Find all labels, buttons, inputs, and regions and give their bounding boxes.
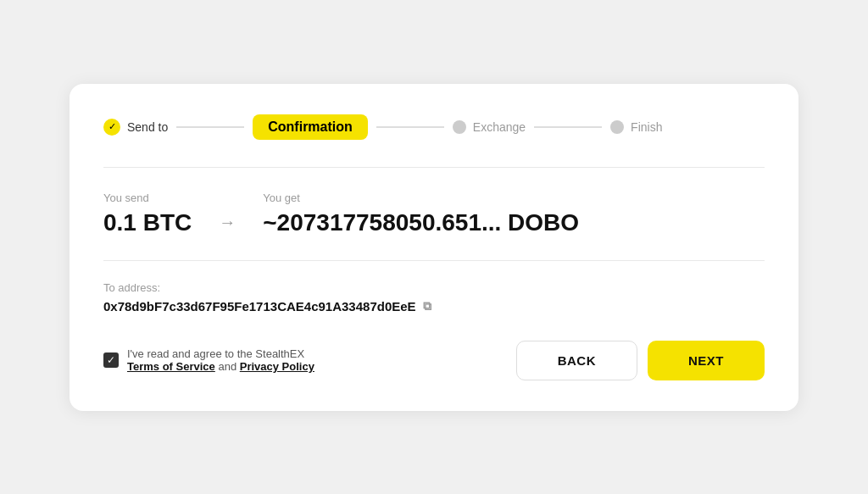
step-confirmation-label: Confirmation [253,114,368,140]
button-group: BACK NEXT [516,341,765,380]
address-value: 0x78d9bF7c33d67F95Fe1713CAE4c91A33487d0E… [103,299,765,314]
privacy-policy-link[interactable]: Privacy Policy [240,360,314,373]
address-label: To address: [103,281,765,294]
step-finish-icon [610,120,624,134]
connector-2 [376,126,444,128]
terms-checkbox[interactable]: ✓ [103,352,119,368]
connector-1 [176,126,244,128]
address-section: To address: 0x78d9bF7c33d67F95Fe1713CAE4… [103,281,765,314]
exchange-section: You send 0.1 BTC → You get ~207317758050… [103,191,765,236]
step-confirmation: Confirmation [253,114,368,140]
arrow-right-icon: → [219,213,236,232]
terms-section: ✓ I've read and agree to the StealthEX T… [103,347,314,373]
step-exchange-icon [453,120,466,134]
step-finish-label: Finish [631,120,662,134]
get-block: You get ~207317758050.651... DOBO [263,191,579,236]
connector-3 [534,126,602,128]
footer: ✓ I've read and agree to the StealthEX T… [103,341,765,380]
get-label: You get [263,191,579,204]
step-send-to-icon: ✓ [103,119,120,136]
main-card: ✓ Send to Confirmation Exchange Finish Y… [70,84,798,411]
step-finish: Finish [610,120,662,134]
progress-bar: ✓ Send to Confirmation Exchange Finish [103,114,765,140]
address-text: 0x78d9bF7c33d67F95Fe1713CAE4c91A33487d0E… [103,299,416,314]
copy-icon[interactable]: ⧉ [423,299,431,314]
send-value: 0.1 BTC [103,209,192,236]
terms-and: and [218,360,239,373]
send-block: You send 0.1 BTC [103,191,192,236]
step-send-to-label: Send to [127,120,168,134]
step-exchange: Exchange [453,120,526,134]
terms-text: I've read and agree to the StealthEX Ter… [127,347,314,373]
divider-2 [103,260,765,261]
terms-intro: I've read and agree to the StealthEX [127,347,304,360]
get-value: ~207317758050.651... DOBO [263,209,579,236]
step-exchange-label: Exchange [473,120,526,134]
terms-of-service-link[interactable]: Terms of Service [127,360,215,373]
checkbox-check-icon: ✓ [107,354,115,366]
step-send-to: ✓ Send to [103,119,168,136]
next-button[interactable]: NEXT [648,341,765,380]
back-button[interactable]: BACK [516,341,637,380]
divider-1 [103,167,765,168]
send-label: You send [103,191,192,204]
